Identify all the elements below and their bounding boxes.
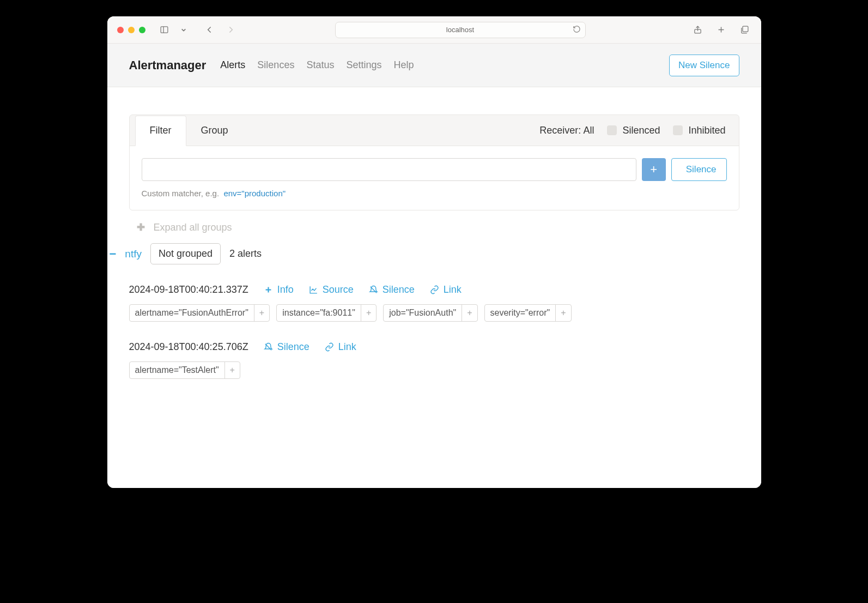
filter-hint-example[interactable]: env="production"	[223, 189, 286, 198]
receiver-label[interactable]: Receiver: All	[539, 125, 594, 136]
checkbox-icon	[607, 125, 617, 135]
add-label-icon[interactable]: +	[555, 305, 570, 321]
nav-silences[interactable]: Silences	[257, 59, 294, 71]
bell-off-icon	[264, 342, 273, 352]
alert-labels: alertname="TestAlert"+	[129, 361, 739, 379]
share-icon[interactable]	[691, 23, 705, 37]
filter-input[interactable]	[142, 158, 636, 181]
filter-body: + Silence Custom matcher, e.g. env="prod…	[130, 146, 739, 210]
minimize-window-button[interactable]	[128, 27, 135, 33]
svg-rect-5	[742, 26, 748, 32]
chart-icon	[309, 285, 318, 294]
sidebar-icon[interactable]	[157, 23, 171, 37]
label-pill[interactable]: alertname="FusionAuthError"+	[129, 304, 270, 322]
nav-status[interactable]: Status	[306, 59, 334, 71]
back-button[interactable]	[203, 23, 216, 37]
alert-item: 2024-09-18T00:40:21.337Z Info Source Sil…	[129, 284, 739, 322]
alert-count: 2 alerts	[229, 248, 262, 260]
silenced-checkbox[interactable]: Silenced	[607, 125, 660, 136]
label-pill[interactable]: alertname="TestAlert"+	[129, 361, 240, 379]
alert-link-button[interactable]: Link	[430, 284, 462, 296]
address-bar-container: localhost	[242, 22, 679, 38]
filter-card: Filter Group Receiver: All Silenced Inhi…	[129, 114, 739, 210]
plus-icon: ✚	[137, 221, 145, 233]
add-label-icon[interactable]: +	[254, 305, 269, 321]
app-nav: Alertmanager Alerts Silences Status Sett…	[107, 44, 761, 87]
zoom-window-button[interactable]	[139, 27, 145, 33]
nav-help[interactable]: Help	[393, 59, 414, 71]
address-bar[interactable]: localhost	[335, 22, 586, 38]
label-pill[interactable]: severity="error"+	[484, 304, 572, 322]
checkbox-icon	[673, 125, 683, 135]
alert-info-button[interactable]: Info	[264, 284, 294, 296]
alert-labels: alertname="FusionAuthError"+ instance="f…	[129, 304, 739, 322]
alert-silence-button[interactable]: Silence	[264, 341, 309, 353]
new-silence-button[interactable]: New Silence	[669, 55, 739, 76]
link-icon	[325, 342, 334, 352]
filter-tabs: Filter Group Receiver: All Silenced Inhi…	[130, 115, 739, 146]
traffic-lights	[117, 27, 145, 33]
group-name[interactable]: ntfy	[125, 248, 142, 260]
nav-links: Alerts Silences Status Settings Help	[220, 59, 414, 71]
link-icon	[430, 285, 439, 294]
tab-group[interactable]: Group	[186, 116, 243, 146]
silenced-label: Silenced	[622, 125, 660, 136]
add-label-icon[interactable]: +	[224, 362, 240, 378]
brand: Alertmanager	[129, 58, 207, 73]
expand-all-groups[interactable]: ✚ Expand all groups	[129, 210, 739, 243]
group-row: − ntfy Not grouped 2 alerts	[110, 243, 739, 264]
silence-button[interactable]: Silence	[671, 158, 727, 181]
add-filter-button[interactable]: +	[642, 158, 666, 181]
filter-hint: Custom matcher, e.g. env="production"	[142, 189, 727, 198]
label-pill[interactable]: instance="fa:9011"+	[276, 304, 377, 322]
content: Filter Group Receiver: All Silenced Inhi…	[107, 87, 761, 488]
chevron-down-icon[interactable]	[179, 25, 189, 35]
add-label-icon[interactable]: +	[361, 305, 376, 321]
alert-link-button[interactable]: Link	[325, 341, 356, 353]
alert-source-button[interactable]: Source	[309, 284, 354, 296]
collapse-icon[interactable]: −	[110, 247, 117, 261]
add-label-icon[interactable]: +	[462, 305, 477, 321]
inhibited-label: Inhibited	[688, 125, 725, 136]
safari-window: localhost Alertmanager Alerts Silences S…	[107, 16, 761, 488]
titlebar: localhost	[107, 16, 761, 44]
forward-button	[224, 23, 238, 37]
close-window-button[interactable]	[117, 27, 124, 33]
silence-button-label: Silence	[686, 164, 717, 175]
plus-icon	[264, 285, 273, 294]
alert-timestamp: 2024-09-18T00:40:25.706Z	[129, 341, 248, 353]
alert-timestamp: 2024-09-18T00:40:21.337Z	[129, 284, 248, 296]
nav-settings[interactable]: Settings	[346, 59, 381, 71]
tab-filter[interactable]: Filter	[135, 116, 186, 146]
inhibited-checkbox[interactable]: Inhibited	[673, 125, 725, 136]
label-pill[interactable]: job="FusionAuth"+	[383, 304, 477, 322]
alert-item: 2024-09-18T00:40:25.706Z Silence Link al…	[129, 341, 739, 379]
bell-off-icon	[369, 285, 378, 294]
tabs-icon[interactable]	[738, 23, 751, 37]
new-tab-icon[interactable]	[714, 23, 728, 37]
expand-all-label: Expand all groups	[154, 222, 232, 233]
alert-silence-button[interactable]: Silence	[369, 284, 415, 296]
not-grouped-pill[interactable]: Not grouped	[150, 243, 221, 264]
nav-alerts[interactable]: Alerts	[220, 59, 245, 71]
reload-icon[interactable]	[573, 25, 581, 35]
address-text: localhost	[446, 26, 474, 34]
svg-rect-0	[161, 27, 168, 33]
